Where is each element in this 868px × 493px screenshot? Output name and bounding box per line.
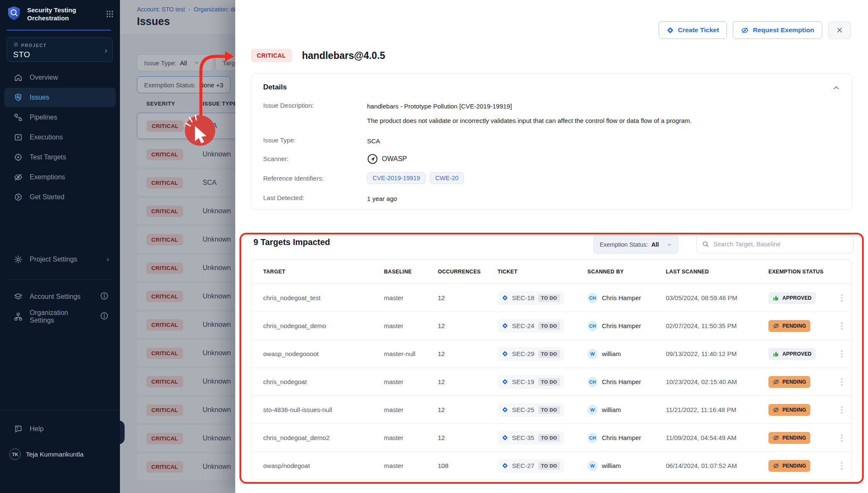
reference-chip[interactable]: CVE-2019-19919	[367, 172, 426, 184]
issue-detail-drawer: Create Ticket Request Exemption CRITICAL…	[235, 0, 868, 493]
reference-chips: CVE-2019-19919 CWE-20	[367, 172, 464, 184]
exemption-status-badge: APPROVED	[768, 292, 816, 304]
avatar: W	[587, 349, 598, 359]
table-row[interactable]: sto-4836-null-issues-null master 12 SEC-…	[251, 396, 851, 423]
sidebar-item-organization-settings[interactable]: Organization Settings	[4, 307, 116, 326]
target-cell: owasp/nodegoat	[263, 462, 384, 469]
sidebar-item-account-settings[interactable]: Account Settings	[4, 287, 116, 306]
ticket-status-badge: TO DO	[538, 322, 560, 330]
baseline-cell: master	[384, 294, 438, 301]
col-scanned-by: SCANNED BY	[587, 268, 666, 275]
row-menu-button[interactable]	[837, 432, 846, 443]
user-menu[interactable]: TK Teja Kummarikuntla	[9, 448, 83, 460]
reference-chip[interactable]: CWE-20	[430, 172, 464, 184]
row-menu-button[interactable]	[837, 376, 846, 387]
ticket-link[interactable]: SEC-18 TO DO	[498, 291, 564, 305]
search-input[interactable]	[713, 240, 848, 248]
create-ticket-button[interactable]: Create Ticket	[659, 21, 727, 39]
issue-description-value: handlebars - Prototype Pollution [CVE-20…	[367, 102, 692, 125]
scanner-label: Scanner:	[263, 155, 367, 162]
close-button[interactable]	[828, 22, 851, 39]
app-logo-shield-icon	[6, 5, 22, 23]
baseline-cell: master	[384, 434, 438, 441]
targets-table-header: TARGET BASELINE OCCURRENCES TICKET SCANN…	[251, 260, 851, 284]
table-row[interactable]: chris_nodegoat_demo master 12 SEC-24 TO …	[251, 312, 851, 340]
apps-grid-icon[interactable]	[106, 10, 114, 18]
sidebar-item-pipelines[interactable]: Pipelines	[4, 108, 116, 127]
sidebar-item-issues[interactable]: Issues	[4, 88, 116, 107]
chevron-up-icon	[832, 84, 840, 92]
ticket-link[interactable]: SEC-27 TO DO	[498, 459, 564, 473]
exemption-status-filter[interactable]: Exemption Status: All	[593, 235, 679, 254]
row-menu-button[interactable]	[837, 292, 846, 304]
issue-type-value: SCA	[367, 136, 380, 145]
sidebar-item-test-targets[interactable]: Test Targets	[4, 148, 116, 167]
svg-text:?: ?	[17, 426, 19, 430]
app-title: Security Testing Orchestration	[27, 6, 100, 22]
help-chat-icon: ?	[14, 424, 23, 434]
divider	[0, 410, 120, 411]
baseline-cell: master	[384, 378, 438, 385]
scanned-by-cell: W william	[587, 349, 666, 359]
targets-table: TARGET BASELINE OCCURRENCES TICKET SCANN…	[251, 259, 852, 480]
col-target: TARGET	[263, 268, 384, 275]
targets-impacted-heading: 9 Targets Impacted	[253, 237, 330, 247]
reference-identifiers-label: Reference Identifiers:	[263, 175, 367, 182]
sidebar-item-get-started[interactable]: Get Started	[4, 187, 116, 207]
owasp-scanner-icon	[367, 153, 378, 164]
scanned-by-cell: CH Chris Hamper	[587, 321, 666, 331]
row-menu-button[interactable]	[837, 320, 846, 331]
eye-off-icon	[773, 462, 779, 469]
exemption-status-badge: PENDING	[768, 376, 810, 388]
sidebar-item-overview[interactable]: Overview	[4, 68, 116, 87]
sidebar-nav: Overview Issues Pipelines Executions Tes…	[4, 68, 116, 207]
cube-icon	[13, 42, 19, 48]
table-row[interactable]: chris_nodegoat_demo2 master 12 SEC-35 TO…	[251, 423, 851, 451]
row-menu-button[interactable]	[837, 460, 846, 471]
avatar: CH	[587, 293, 598, 303]
sidebar-item-exemptions[interactable]: Exemptions	[4, 167, 116, 187]
sidebar-item-project-settings[interactable]: Project Settings ›	[4, 250, 116, 269]
ticket-link[interactable]: SEC-24 TO DO	[498, 319, 564, 333]
exemption-status-badge: PENDING	[768, 432, 810, 444]
eye-off-icon	[773, 407, 779, 413]
avatar: W	[587, 405, 598, 415]
ticket-status-badge: TO DO	[538, 462, 560, 470]
home-icon	[14, 73, 23, 82]
ticket-link[interactable]: SEC-19 TO DO	[498, 375, 564, 389]
executions-play-icon	[14, 133, 23, 142]
occurrences-cell: 108	[438, 462, 498, 469]
info-icon	[100, 311, 109, 322]
close-icon	[836, 27, 843, 33]
table-row[interactable]: chris_nodegoat master 12 SEC-19 TO DO CH	[251, 368, 851, 396]
details-card: Details Issue Description: handlebars - …	[251, 73, 852, 210]
jira-diamond-icon	[502, 407, 508, 413]
divider	[7, 30, 111, 31]
sidebar-item-executions[interactable]: Executions	[4, 128, 116, 147]
col-baseline: BASELINE	[384, 268, 438, 275]
row-menu-button[interactable]	[837, 348, 846, 359]
table-row[interactable]: owasp/nodegoat master 108 SEC-27 TO DO W	[251, 451, 851, 479]
ticket-link[interactable]: SEC-29 TO DO	[498, 347, 564, 361]
exemption-status-badge: APPROVED	[768, 348, 816, 360]
targets-table-body: chris_nodegoat_test master 12 SEC-18 TO …	[251, 284, 851, 479]
avatar: CH	[587, 377, 598, 387]
collapse-section-button[interactable]	[832, 84, 840, 94]
last-scanned-cell: 10/23/2024, 02:15:40 AM	[666, 378, 768, 385]
eye-off-icon	[773, 323, 779, 329]
project-selector[interactable]: PROJECT STO ›	[7, 37, 113, 62]
occurrences-cell: 12	[438, 350, 498, 357]
get-started-icon	[14, 192, 23, 202]
request-exemption-button[interactable]: Request Exemption	[733, 21, 822, 39]
ticket-link[interactable]: SEC-35 TO DO	[498, 431, 564, 445]
avatar: CH	[587, 433, 598, 443]
sidebar-item-help[interactable]: ? Help	[4, 419, 116, 439]
col-last-scanned: LAST SCANNED	[666, 268, 768, 275]
project-name: STO	[13, 50, 106, 59]
table-row[interactable]: owasp_nodegoooot master-null 12 SEC-29 T…	[251, 340, 851, 368]
info-icon	[100, 291, 109, 302]
last-scanned-cell: 06/14/2024, 01:07:52 AM	[666, 462, 768, 469]
table-row[interactable]: chris_nodegoat_test master 12 SEC-18 TO …	[251, 284, 851, 312]
row-menu-button[interactable]	[837, 404, 846, 415]
ticket-link[interactable]: SEC-25 TO DO	[498, 403, 564, 417]
